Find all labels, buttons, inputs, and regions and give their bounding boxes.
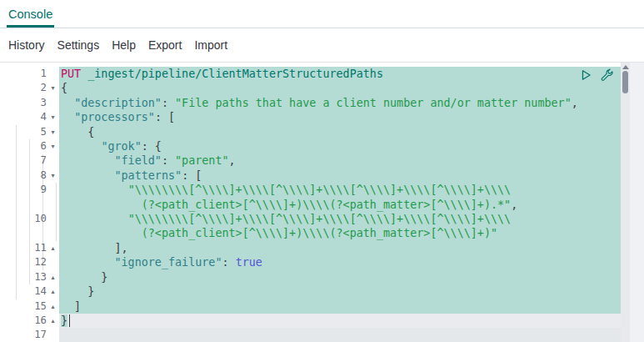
fold-spacer xyxy=(47,67,59,81)
line-number xyxy=(0,198,47,212)
line-number: 16 xyxy=(0,314,47,328)
code-rows: PUT _ingest/pipeline/ClientMatterStructu… xyxy=(59,67,621,342)
text-cursor xyxy=(69,314,71,327)
fold-close-icon[interactable]: ▴ xyxy=(47,270,59,284)
code-line: "patterns": [ xyxy=(59,168,621,183)
gutter-row: 14▴ xyxy=(0,284,59,299)
indent-guide xyxy=(42,154,43,270)
code-line: } xyxy=(59,270,621,284)
gutter-row: 2▾ xyxy=(0,81,59,95)
line-number: 13 xyxy=(0,270,47,284)
line-number xyxy=(0,226,47,240)
fold-open-icon[interactable]: ▾ xyxy=(47,81,59,95)
tab-active-underline xyxy=(7,25,54,28)
line-number: 6 xyxy=(0,139,47,153)
request-options-button[interactable] xyxy=(599,68,614,83)
code-line: "\\\\\\\\[^\\\\]+\\\\[^\\\\]+\\\\[^\\\\]… xyxy=(59,212,621,226)
code-line: "grok": { xyxy=(59,139,621,153)
code-line: } xyxy=(59,314,621,328)
fold-close-icon[interactable]: ▴ xyxy=(47,299,59,314)
line-number: 10 xyxy=(0,212,47,226)
gutter-row: 1 xyxy=(0,67,59,81)
code-line: (?<path_client>[^\\\\]+)\\\\(?<path_matt… xyxy=(59,226,621,240)
fold-close-icon[interactable]: ▴ xyxy=(47,241,59,255)
gutter-row: 3 xyxy=(0,96,59,110)
line-number: 12 xyxy=(0,255,47,269)
menu-settings[interactable]: Settings xyxy=(57,38,100,52)
code-line: ] xyxy=(59,299,621,314)
gutter-row: 4▾ xyxy=(0,110,59,124)
line-number: 17 xyxy=(0,328,47,342)
menu-import[interactable]: Import xyxy=(194,38,227,52)
fold-spacer xyxy=(47,328,59,342)
code-line: ], xyxy=(59,241,621,255)
tab-console-label: Console xyxy=(8,8,52,21)
code-line xyxy=(59,328,621,342)
play-icon xyxy=(579,68,592,84)
fold-open-icon[interactable]: ▾ xyxy=(47,168,59,183)
wrench-icon xyxy=(600,68,613,84)
console-menu-bar: History Settings Help Export Import xyxy=(0,28,644,62)
line-number: 14 xyxy=(0,284,47,299)
code-line: PUT _ingest/pipeline/ClientMatterStructu… xyxy=(59,67,621,81)
fold-spacer xyxy=(47,226,59,240)
indent-guide xyxy=(29,139,30,284)
code-line: "description": "File paths that have a c… xyxy=(59,96,621,110)
line-number: 7 xyxy=(0,153,47,168)
editor-right-margin xyxy=(630,63,644,342)
fold-open-icon[interactable]: ▾ xyxy=(47,139,59,153)
tab-console[interactable]: Console xyxy=(8,0,52,28)
menu-export[interactable]: Export xyxy=(148,38,182,52)
fold-spacer xyxy=(47,198,59,212)
indent-guide xyxy=(16,125,17,299)
gutter-row: 16▴ xyxy=(0,314,59,328)
code-line: "processors": [ xyxy=(59,110,621,124)
line-number: 9 xyxy=(0,183,47,197)
fold-spacer xyxy=(47,96,59,110)
line-number: 15 xyxy=(0,299,47,314)
fold-open-icon[interactable]: ▾ xyxy=(47,125,59,139)
gutter-row: 5▾ xyxy=(0,125,59,139)
menu-history[interactable]: History xyxy=(8,38,45,52)
fold-spacer xyxy=(47,183,59,197)
code-line: { xyxy=(59,81,621,95)
fold-close-icon[interactable]: ▴ xyxy=(47,314,59,328)
menu-help[interactable]: Help xyxy=(112,38,136,52)
line-number: 11 xyxy=(0,241,47,255)
indent-guide xyxy=(56,183,57,241)
line-number: 5 xyxy=(0,125,47,139)
gutter-row: 17 xyxy=(0,328,59,342)
line-number: 3 xyxy=(0,96,47,110)
send-request-button[interactable] xyxy=(578,68,593,83)
code-line: "\\\\\\\\[^\\\\]+\\\\[^\\\\]+\\\\[^\\\\]… xyxy=(59,183,621,197)
line-number: 2 xyxy=(0,81,47,95)
line-number: 4 xyxy=(0,110,47,124)
fold-close-icon[interactable]: ▴ xyxy=(47,284,59,299)
line-number: 8 xyxy=(0,168,47,183)
code-line: { xyxy=(59,125,621,139)
code-editor[interactable]: 12▾34▾5▾6▾78▾91011▴1213▴14▴15▴16▴17 PUT … xyxy=(0,62,644,342)
scrollbar-track[interactable] xyxy=(621,63,630,342)
fold-spacer xyxy=(47,255,59,269)
scrollbar-thumb[interactable] xyxy=(622,71,628,93)
code-line: (?<path_client>[^\\\\]+)\\\\(?<path_matt… xyxy=(59,198,621,212)
gutter-row: 15▴ xyxy=(0,299,59,314)
fold-spacer xyxy=(47,153,59,168)
fold-open-icon[interactable]: ▾ xyxy=(47,110,59,124)
request-actions xyxy=(578,68,614,83)
fold-spacer xyxy=(47,212,59,226)
scroll-up-arrow-icon[interactable] xyxy=(622,65,629,69)
tab-bar: Console xyxy=(0,0,644,28)
code-line: "field": "parent", xyxy=(59,153,621,168)
code-line: "ignore_failure": true xyxy=(59,255,621,269)
line-number: 1 xyxy=(0,67,47,81)
code-line: } xyxy=(59,284,621,299)
